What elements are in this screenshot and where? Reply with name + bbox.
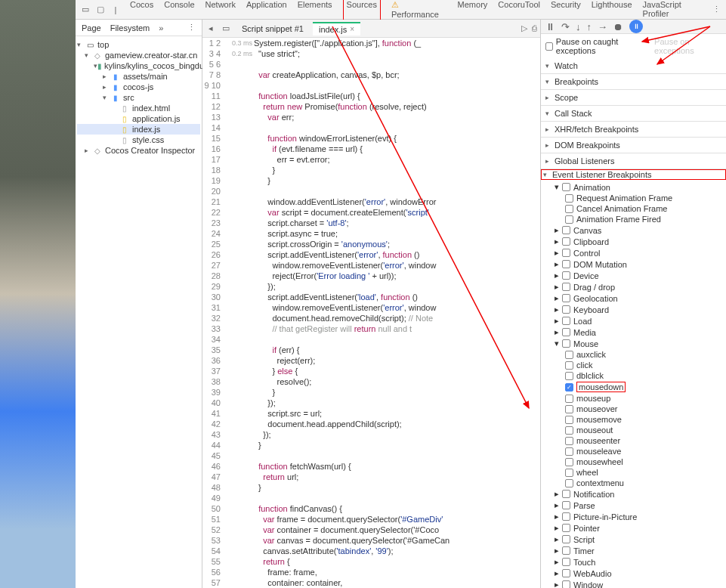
expand-icon[interactable]: ▸ bbox=[555, 557, 559, 567]
navigator-menu-icon[interactable]: ⋮ bbox=[187, 23, 196, 32]
event-item-mouseout[interactable]: mouseout bbox=[555, 425, 726, 435]
more-icon[interactable]: ⋮ bbox=[709, 3, 723, 17]
deactivate-icon[interactable]: ⏺ bbox=[613, 21, 623, 32]
expand-icon[interactable]: ▸ bbox=[555, 568, 559, 578]
expand-icon[interactable]: ▸ bbox=[555, 248, 559, 258]
checkbox[interactable] bbox=[565, 395, 573, 403]
event-item-timer[interactable]: ▸Timer bbox=[555, 545, 726, 556]
tree-file[interactable]: ▯style.css bbox=[77, 135, 200, 145]
pause-exceptions-button[interactable]: ⏸ bbox=[629, 20, 643, 33]
checkbox[interactable] bbox=[562, 512, 570, 521]
filesystem-tab[interactable]: Filesystem bbox=[110, 23, 150, 32]
run-icon[interactable]: ▷ bbox=[521, 23, 527, 33]
expand-icon[interactable]: ▸ bbox=[555, 259, 559, 269]
checkbox[interactable] bbox=[562, 535, 570, 543]
devtools-tab-network[interactable]: Network bbox=[205, 0, 236, 20]
event-item-touch[interactable]: ▸Touch bbox=[555, 556, 726, 568]
devtools-tab-cocos[interactable]: Cocos bbox=[130, 0, 153, 20]
expand-icon[interactable]: ▸ bbox=[555, 489, 559, 499]
event-item-animation[interactable]: ▾Animation bbox=[555, 181, 726, 193]
checkbox[interactable] bbox=[562, 283, 570, 291]
event-item-cancel-animation-frame[interactable]: Cancel Animation Frame bbox=[555, 203, 726, 214]
event-item-mousemove[interactable]: mousemove bbox=[555, 414, 726, 425]
expand-icon[interactable]: ▾ bbox=[555, 339, 559, 348]
devtools-tab-security[interactable]: Security bbox=[551, 0, 581, 20]
expand-icon[interactable]: ▸ bbox=[555, 225, 559, 235]
event-item-drag-drop[interactable]: ▸Drag / drop bbox=[555, 281, 726, 292]
event-item-window[interactable]: ▸Window bbox=[555, 579, 726, 588]
checkbox[interactable] bbox=[562, 524, 570, 532]
event-item-script[interactable]: ▸Script bbox=[555, 534, 726, 545]
event-item-wheel[interactable]: wheel bbox=[555, 467, 726, 478]
devtools-tab-javascript-profiler[interactable]: JavaScript Profiler bbox=[643, 0, 708, 20]
checkbox[interactable]: ✓ bbox=[565, 383, 573, 391]
checkbox[interactable] bbox=[565, 205, 573, 213]
checkbox[interactable] bbox=[562, 339, 570, 348]
page-tab[interactable]: Page bbox=[82, 23, 101, 32]
checkbox[interactable] bbox=[562, 317, 570, 325]
event-item-mouseenter[interactable]: mouseenter bbox=[555, 435, 726, 446]
event-item-control[interactable]: ▸Control bbox=[555, 247, 726, 258]
event-item-notification[interactable]: ▸Notification bbox=[555, 488, 726, 500]
dom-section[interactable]: ▸DOM Breakpoints bbox=[541, 138, 726, 153]
checkbox[interactable] bbox=[565, 426, 573, 435]
checkbox[interactable] bbox=[562, 546, 570, 555]
expand-icon[interactable]: ▸ bbox=[555, 546, 559, 556]
expand-icon[interactable]: ▸ bbox=[555, 523, 559, 533]
editor-tab-active[interactable]: index.js× bbox=[313, 22, 360, 36]
checkbox[interactable] bbox=[565, 416, 573, 424]
checkbox[interactable] bbox=[562, 328, 570, 336]
tree-domain[interactable]: ▾◇gameview.creator-star.cn bbox=[77, 50, 200, 60]
event-item-pointer[interactable]: ▸Pointer bbox=[555, 522, 726, 534]
code-editor[interactable]: 1 2 3 4 5 6 7 8 9 10 11 12 13 14 15 16 1… bbox=[202, 38, 540, 588]
checkbox[interactable] bbox=[562, 237, 570, 246]
checkbox[interactable] bbox=[562, 580, 570, 588]
tree-folder[interactable]: ▾▮src bbox=[77, 92, 200, 103]
device-icon[interactable]: ▢ bbox=[94, 3, 107, 17]
checkbox[interactable] bbox=[562, 558, 570, 566]
step-icon[interactable]: → bbox=[598, 21, 607, 32]
event-item-dblclick[interactable]: dblclick bbox=[555, 370, 726, 381]
checkbox[interactable] bbox=[562, 249, 570, 257]
expand-icon[interactable]: ▸ bbox=[555, 293, 559, 303]
step-out-icon[interactable]: ↑ bbox=[587, 21, 592, 32]
checkbox[interactable] bbox=[562, 490, 570, 498]
expand-icon[interactable]: ▸ bbox=[555, 580, 559, 588]
event-item-mouseover[interactable]: mouseover bbox=[555, 404, 726, 414]
checkbox[interactable] bbox=[562, 183, 570, 191]
checkbox[interactable] bbox=[562, 260, 570, 268]
navigator-more-icon[interactable]: » bbox=[159, 23, 163, 32]
expand-icon[interactable]: ▸ bbox=[555, 327, 559, 337]
devtools-tab-application[interactable]: Application bbox=[246, 0, 287, 20]
event-item-mousedown[interactable]: ✓mousedown bbox=[555, 381, 726, 393]
event-item-load[interactable]: ▸Load bbox=[555, 315, 726, 326]
event-item-animation-frame-fired[interactable]: Animation Frame Fired bbox=[555, 214, 726, 224]
checkbox[interactable] bbox=[565, 479, 573, 487]
expand-icon[interactable]: ▸ bbox=[555, 305, 559, 314]
expand-icon[interactable]: ▸ bbox=[555, 512, 559, 521]
devtools-tab-cocorutool[interactable]: CocoruTool bbox=[498, 0, 540, 20]
checkbox[interactable] bbox=[565, 469, 573, 477]
expand-icon[interactable]: ▸ bbox=[555, 500, 559, 510]
tree-inspector[interactable]: ▸◇Cocos Creator Inspector bbox=[77, 145, 200, 156]
expand-icon[interactable]: ▸ bbox=[555, 271, 559, 280]
checkbox[interactable] bbox=[545, 42, 553, 51]
event-item-webaudio[interactable]: ▸WebAudio bbox=[555, 568, 726, 579]
xhr-section[interactable]: ▸XHR/fetch Breakpoints bbox=[541, 122, 726, 137]
tree-file-selected[interactable]: ▯index.js bbox=[77, 124, 200, 135]
event-item-mouseleave[interactable]: mouseleave bbox=[555, 446, 726, 456]
event-item-mouseup[interactable]: mouseup bbox=[555, 393, 726, 404]
expand-icon[interactable]: ▾ bbox=[555, 182, 559, 192]
event-item-clipboard[interactable]: ▸Clipboard bbox=[555, 236, 726, 247]
checkbox[interactable] bbox=[565, 372, 573, 380]
checkbox[interactable] bbox=[565, 194, 573, 203]
watch-section[interactable]: ▾Watch bbox=[541, 58, 726, 73]
pause-caught-row[interactable]: Pause on caught exceptions Pause on exce… bbox=[541, 34, 726, 58]
event-item-dom-mutation[interactable]: ▸DOM Mutation bbox=[555, 258, 726, 270]
close-icon[interactable]: × bbox=[350, 25, 354, 33]
checkbox[interactable] bbox=[565, 447, 573, 456]
devtools-tab-elements[interactable]: Elements bbox=[298, 0, 332, 20]
editor-tab[interactable]: Script snippet #1 bbox=[236, 23, 310, 35]
tree-file[interactable]: ▯index.html bbox=[77, 103, 200, 113]
event-item-device[interactable]: ▸Device bbox=[555, 270, 726, 281]
